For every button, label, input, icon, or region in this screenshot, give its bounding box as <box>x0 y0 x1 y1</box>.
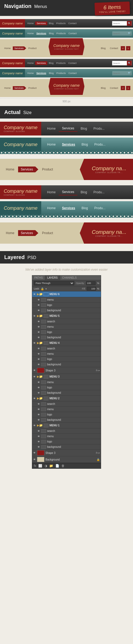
ps-layer-menu2-bg[interactable]: 👁 background <box>32 417 101 423</box>
ps-tab-channels[interactable]: CHANNELS <box>60 275 79 280</box>
nav-link-blog-6r[interactable]: Blog <box>99 86 107 90</box>
ps-adjustment-icon[interactable]: ◑ <box>44 464 47 468</box>
social-t-3[interactable]: t <box>126 46 130 50</box>
search-btn-1[interactable]: 🔍 <box>127 21 132 26</box>
nav-link-contact-1[interactable]: Contact <box>67 21 78 25</box>
ps-fill-input[interactable] <box>87 287 96 291</box>
actual-light-product-2[interactable]: Product <box>39 230 56 236</box>
actual-link-services-d2[interactable]: Services <box>59 189 77 195</box>
ps-eye-menu1-bg[interactable]: 👁 <box>38 446 41 448</box>
ps-layer-menu2-menu[interactable]: 👁 menu <box>32 407 101 412</box>
ps-layer-menu4-search[interactable]: 👁 search <box>32 346 101 351</box>
actual-nav-links-teal-1[interactable]: Home Services Blog Produ... <box>41 138 133 151</box>
search-box-4[interactable]: 🔍 <box>112 61 132 65</box>
nav-link-blog-1[interactable]: Blog <box>47 21 55 25</box>
search-box-2[interactable]: 🔍 <box>112 31 132 36</box>
nav-link-blog-2[interactable]: Blog <box>48 32 55 35</box>
nav-link-home-4[interactable]: Home <box>26 61 35 65</box>
ps-eye-menu2-bg[interactable]: 👁 <box>38 419 41 421</box>
ps-move-icon[interactable]: ✦ <box>45 287 47 290</box>
nav-link-contact-4[interactable]: Contact <box>67 61 78 65</box>
nav-link-contact-5[interactable]: Contact <box>67 71 78 75</box>
search-btn-4[interactable]: 🔍 <box>127 61 132 65</box>
nav-link-products-4[interactable]: Products <box>55 61 67 65</box>
nav-link-product-3l[interactable]: Product <box>27 46 38 50</box>
actual-link-blog-d2[interactable]: Blog <box>77 189 90 195</box>
nav-link-home-2[interactable]: Home <box>26 32 35 35</box>
ps-tab-paths[interactable]: PATHS <box>32 275 45 280</box>
search-box-5[interactable]: 🔍 <box>112 71 132 76</box>
ps-eye-menu5[interactable]: 👁 <box>33 315 37 317</box>
ps-eye-menu5-bg[interactable]: 👁 <box>38 336 41 339</box>
ps-layer-menu6-menu[interactable]: 👁 menu <box>32 297 101 303</box>
nav-link-services-5[interactable]: Services <box>35 71 48 75</box>
actual-link-blog-d1[interactable]: Blog <box>77 126 90 132</box>
nav-link-blog-5[interactable]: Blog <box>48 71 55 75</box>
ps-layer-menu6[interactable]: 👁 ▶📁 MENU 6 <box>32 291 101 297</box>
search-input-1[interactable] <box>112 22 127 25</box>
nav-link-home-1[interactable]: Home <box>26 21 35 25</box>
social-t-6[interactable]: t <box>126 86 130 90</box>
actual-link-home-d1[interactable]: Home <box>44 126 59 132</box>
ps-layer-menu3-logo[interactable]: 👁 logo <box>32 385 101 390</box>
ps-eye-menu2-menu[interactable]: 👁 <box>38 408 41 411</box>
ps-eye-menu2-search[interactable]: 👁 <box>38 403 41 405</box>
search-btn-5[interactable]: 🔍 <box>127 71 132 76</box>
search-input-5[interactable] <box>112 72 127 75</box>
nav-link-contact-6r[interactable]: Contact <box>108 86 120 90</box>
actual-link-home-t1[interactable]: Home <box>44 142 59 147</box>
nav-link-blog-3r[interactable]: Blog <box>99 46 107 50</box>
nav-link-services-2[interactable]: Services <box>35 32 48 35</box>
ps-layer-menu2[interactable]: 👁 ▶📁 MENU 2 <box>32 396 101 401</box>
ps-add-icon[interactable]: fx <box>34 464 36 468</box>
ps-eye-menu6[interactable]: 👁 <box>33 293 37 296</box>
actual-light-services-2[interactable]: Services <box>18 230 38 236</box>
ps-layer-menu2-search[interactable]: 👁 search <box>32 401 101 407</box>
ps-layer-menu1-menu[interactable]: 👁 menu <box>32 434 101 439</box>
search-input-4[interactable] <box>112 62 127 64</box>
actual-nav-links-dark-2[interactable]: Home Services Blog Produ... <box>41 185 133 199</box>
actual-light-services-1[interactable]: Services <box>18 167 38 172</box>
actual-light-home-2[interactable]: Home <box>3 230 17 236</box>
nav-links-1[interactable]: Home Services Blog Products Contact <box>25 21 112 25</box>
ps-layer-menu4-bg[interactable]: 👁 background <box>32 362 101 367</box>
ps-layer-menu1-search[interactable]: 👁 search <box>32 428 101 434</box>
nav-link-products-5[interactable]: Products <box>55 71 67 75</box>
nav-link-blog-4[interactable]: Blog <box>47 61 55 65</box>
ps-eye-shape3-bot[interactable]: 👁 <box>33 452 37 454</box>
search-box-1[interactable]: 🔍 <box>112 21 132 26</box>
ps-eye-shape3-top[interactable]: 👁 <box>33 369 37 372</box>
ps-eye-menu4-logo[interactable]: 👁 <box>38 358 41 361</box>
nav-link-product-6l[interactable]: Product <box>27 86 38 90</box>
ps-layer-menu1-logo[interactable]: 👁 logo <box>32 439 101 444</box>
ps-layer-menu1[interactable]: 👁 ▶📁 MENU 1 <box>32 423 101 428</box>
ps-eye-menu1[interactable]: 👁 <box>33 424 37 427</box>
actual-light-product-1[interactable]: Product <box>39 167 56 172</box>
social-f-6[interactable]: f <box>121 86 125 90</box>
actual-nav-links-dark-1[interactable]: Home Services Blog Produ... <box>41 122 133 135</box>
nav-left-links-3[interactable]: Home Services Product <box>0 46 38 50</box>
ps-layer-menu4[interactable]: 👁 ▶📁 MENU 4 <box>32 340 101 346</box>
nav-link-services-6l[interactable]: Services <box>13 86 26 90</box>
nav-link-home-5[interactable]: Home <box>26 71 35 75</box>
nav-links-2[interactable]: Home Services Blog Products Contact <box>25 32 112 35</box>
ps-eye-menu1-logo[interactable]: 👁 <box>38 440 41 443</box>
actual-link-services-t1[interactable]: Services <box>59 142 78 147</box>
actual-link-produ-t1[interactable]: Produ... <box>91 142 109 147</box>
social-f-3[interactable]: f <box>121 46 125 50</box>
nav-link-products-1[interactable]: Products <box>55 21 67 25</box>
ps-mask-icon[interactable]: ⬜ <box>38 464 42 468</box>
nav-link-services-3l[interactable]: Services <box>13 46 26 50</box>
ps-eye-menu3[interactable]: 👁 <box>33 375 37 378</box>
ps-eye-menu5-menu[interactable]: 👁 <box>38 326 41 328</box>
ps-eye-menu6-logo[interactable]: 👁 <box>38 304 41 306</box>
ps-eye-menu5-logo[interactable]: 👁 <box>38 331 41 334</box>
nav-right-links-6[interactable]: Blog Contact f t <box>99 86 133 90</box>
nav-link-home-3l[interactable]: Home <box>3 46 12 50</box>
ps-layer-shape3-top[interactable]: 👁 Shape 3 fx ▸ <box>32 367 101 374</box>
nav-links-4[interactable]: Home Services Blog Products Contact <box>25 61 112 65</box>
ps-layer-menu5-search[interactable]: 👁 search <box>32 319 101 324</box>
ps-lock-icon[interactable]: 🔒 <box>41 287 44 290</box>
actual-light-home-1[interactable]: Home <box>3 167 17 172</box>
ps-layer-shape3-bot[interactable]: 👁 Shape 3 fx ▸ <box>32 450 101 456</box>
